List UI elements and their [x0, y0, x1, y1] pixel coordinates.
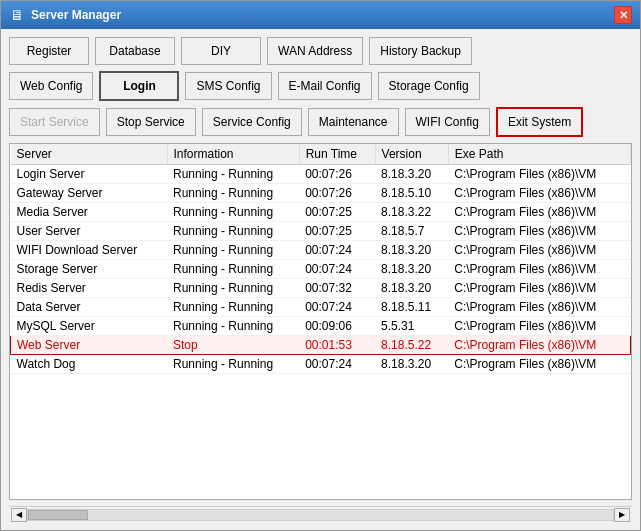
table-row[interactable]: Gateway ServerRunning - Running00:07:268…: [11, 184, 631, 203]
cell-0: Gateway Server: [11, 184, 168, 203]
scroll-right-arrow[interactable]: ▶: [614, 508, 630, 522]
cell-3: 8.18.3.20: [375, 279, 448, 298]
cell-0: Login Server: [11, 165, 168, 184]
title-bar: 🖥 Server Manager ✕: [1, 1, 640, 29]
cell-3: 8.18.5.10: [375, 184, 448, 203]
cell-2: 00:07:25: [299, 203, 375, 222]
table-row[interactable]: Login ServerRunning - Running00:07:268.1…: [11, 165, 631, 184]
cell-2: 00:07:24: [299, 298, 375, 317]
window-title: Server Manager: [31, 8, 121, 22]
cell-2: 00:07:24: [299, 355, 375, 374]
cell-1: Running - Running: [167, 298, 299, 317]
cell-4: C:\Program Files (x86)\VM: [448, 203, 630, 222]
server-table: Server Information Run Time Version Exe …: [10, 144, 631, 374]
cell-3: 5.5.31: [375, 317, 448, 336]
cell-4: C:\Program Files (x86)\VM: [448, 355, 630, 374]
table-row[interactable]: User ServerRunning - Running00:07:258.18…: [11, 222, 631, 241]
cell-4: C:\Program Files (x86)\VM: [448, 260, 630, 279]
button-row-2: Web Config Login SMS Config E-Mail Confi…: [9, 71, 632, 101]
history-backup-button[interactable]: History Backup: [369, 37, 472, 65]
wifi-config-button[interactable]: WIFI Config: [405, 108, 490, 136]
button-row-3: Start Service Stop Service Service Confi…: [9, 107, 632, 137]
button-row-1: Register Database DIY WAN Address Histor…: [9, 37, 632, 65]
col-version: Version: [375, 144, 448, 165]
col-server: Server: [11, 144, 168, 165]
cell-4: C:\Program Files (x86)\VM: [448, 184, 630, 203]
cell-2: 00:09:06: [299, 317, 375, 336]
cell-1: Stop: [167, 336, 299, 355]
storage-config-button[interactable]: Storage Config: [378, 72, 480, 100]
cell-1: Running - Running: [167, 355, 299, 374]
cell-2: 00:07:32: [299, 279, 375, 298]
cell-0: Web Server: [11, 336, 168, 355]
scroll-left-arrow[interactable]: ◀: [11, 508, 27, 522]
cell-3: 8.18.3.20: [375, 355, 448, 374]
cell-1: Running - Running: [167, 317, 299, 336]
cell-2: 00:07:25: [299, 222, 375, 241]
cell-4: C:\Program Files (x86)\VM: [448, 222, 630, 241]
cell-1: Running - Running: [167, 165, 299, 184]
col-exepath: Exe Path: [448, 144, 630, 165]
cell-3: 8.18.5.22: [375, 336, 448, 355]
cell-2: 00:07:26: [299, 165, 375, 184]
table-header-row: Server Information Run Time Version Exe …: [11, 144, 631, 165]
diy-button[interactable]: DIY: [181, 37, 261, 65]
scrollbar-thumb[interactable]: [28, 510, 88, 520]
col-information: Information: [167, 144, 299, 165]
start-service-button[interactable]: Start Service: [9, 108, 100, 136]
exit-system-button[interactable]: Exit System: [496, 107, 583, 137]
cell-2: 00:07:26: [299, 184, 375, 203]
table-row[interactable]: Web ServerStop00:01:538.18.5.22C:\Progra…: [11, 336, 631, 355]
cell-1: Running - Running: [167, 260, 299, 279]
scrollbar-track[interactable]: [27, 509, 614, 521]
window-icon: 🖥: [9, 7, 25, 23]
cell-0: Watch Dog: [11, 355, 168, 374]
cell-4: C:\Program Files (x86)\VM: [448, 241, 630, 260]
cell-3: 8.18.3.20: [375, 165, 448, 184]
col-runtime: Run Time: [299, 144, 375, 165]
table-row[interactable]: WIFI Download ServerRunning - Running00:…: [11, 241, 631, 260]
register-button[interactable]: Register: [9, 37, 89, 65]
table-row[interactable]: Storage ServerRunning - Running00:07:248…: [11, 260, 631, 279]
cell-3: 8.18.3.20: [375, 241, 448, 260]
cell-1: Running - Running: [167, 222, 299, 241]
content-area: Register Database DIY WAN Address Histor…: [1, 29, 640, 530]
cell-0: Storage Server: [11, 260, 168, 279]
cell-3: 8.18.5.7: [375, 222, 448, 241]
cell-3: 8.18.3.22: [375, 203, 448, 222]
cell-0: WIFI Download Server: [11, 241, 168, 260]
cell-0: Data Server: [11, 298, 168, 317]
cell-3: 8.18.3.20: [375, 260, 448, 279]
cell-1: Running - Running: [167, 184, 299, 203]
cell-2: 00:07:24: [299, 241, 375, 260]
login-button[interactable]: Login: [99, 71, 179, 101]
cell-0: User Server: [11, 222, 168, 241]
cell-4: C:\Program Files (x86)\VM: [448, 279, 630, 298]
horizontal-scrollbar[interactable]: ◀ ▶: [9, 506, 632, 522]
table-row[interactable]: Redis ServerRunning - Running00:07:328.1…: [11, 279, 631, 298]
cell-2: 00:01:53: [299, 336, 375, 355]
close-button[interactable]: ✕: [614, 6, 632, 24]
cell-4: C:\Program Files (x86)\VM: [448, 336, 630, 355]
cell-1: Running - Running: [167, 241, 299, 260]
cell-1: Running - Running: [167, 203, 299, 222]
database-button[interactable]: Database: [95, 37, 175, 65]
table-row[interactable]: Data ServerRunning - Running00:07:248.18…: [11, 298, 631, 317]
wan-address-button[interactable]: WAN Address: [267, 37, 363, 65]
cell-4: C:\Program Files (x86)\VM: [448, 165, 630, 184]
server-table-container[interactable]: Server Information Run Time Version Exe …: [9, 143, 632, 500]
maintenance-button[interactable]: Maintenance: [308, 108, 399, 136]
cell-0: Media Server: [11, 203, 168, 222]
email-config-button[interactable]: E-Mail Config: [278, 72, 372, 100]
table-row[interactable]: Watch DogRunning - Running00:07:248.18.3…: [11, 355, 631, 374]
sms-config-button[interactable]: SMS Config: [185, 72, 271, 100]
cell-4: C:\Program Files (x86)\VM: [448, 298, 630, 317]
cell-1: Running - Running: [167, 279, 299, 298]
stop-service-button[interactable]: Stop Service: [106, 108, 196, 136]
table-row[interactable]: MySQL ServerRunning - Running00:09:065.5…: [11, 317, 631, 336]
web-config-button[interactable]: Web Config: [9, 72, 93, 100]
service-config-button[interactable]: Service Config: [202, 108, 302, 136]
main-window: 🖥 Server Manager ✕ Register Database DIY…: [0, 0, 641, 531]
cell-0: MySQL Server: [11, 317, 168, 336]
table-row[interactable]: Media ServerRunning - Running00:07:258.1…: [11, 203, 631, 222]
